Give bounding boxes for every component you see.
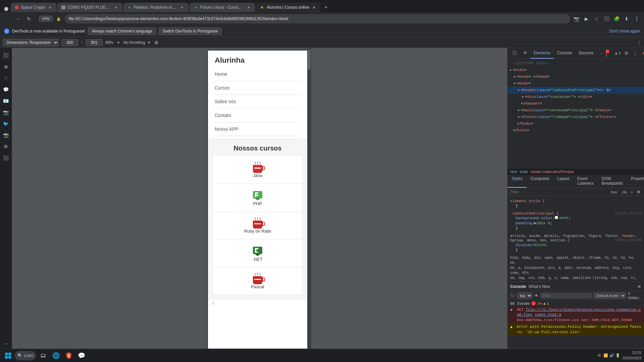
play-btn[interactable]: ▶ (582, 14, 591, 23)
sidebar-icon-6[interactable]: 📷 (1, 108, 11, 117)
nav-link-app[interactable]: Nosso APP (215, 122, 301, 136)
tab-space-crypto[interactable]: Space Crypto ✕ (11, 3, 57, 12)
tree-body[interactable]: ▶ <body> (507, 80, 644, 87)
course-item-pascal[interactable]: Pascal (213, 267, 302, 295)
course-item-php[interactable]: PHP (213, 184, 302, 212)
styles-tab-events[interactable]: Event Listeners (573, 175, 598, 188)
console-filter-input[interactable] (540, 293, 591, 298)
viewport-scrollbar[interactable] (307, 48, 311, 349)
forward-button[interactable]: → (13, 14, 23, 23)
course-item-ruby[interactable]: Ruby on Rails (213, 212, 302, 239)
tab-close-2[interactable]: ✕ (113, 5, 118, 10)
bg-color-swatch[interactable] (555, 216, 558, 219)
responsive-more-btn[interactable]: ⚙ (153, 39, 161, 47)
bc-body[interactable]: body (520, 170, 528, 174)
drag-handle[interactable]: ≡ (208, 300, 218, 309)
taskbar-ai-button[interactable]: Ai (598, 354, 601, 357)
taskbar-browser-app[interactable]: 🌐 (50, 350, 62, 362)
tab-forum[interactable]: ● Fórum | Alura - Cursos onli… ✕ (190, 3, 255, 12)
tab-flexbox[interactable]: ● Flexbox: Posicione eleme… ✕ (123, 3, 189, 12)
taskbar-clock[interactable]: 23:25 02/02/2023 (623, 350, 641, 361)
bookmark-btn[interactable]: ☆ (592, 14, 601, 23)
console-eye-icon[interactable]: 👁 (534, 293, 538, 298)
tab-close-3[interactable]: ✕ (179, 5, 185, 10)
console-error-link-2[interactable]: index.html:9 (535, 313, 561, 317)
nav-link-sobre[interactable]: Sobre nós (215, 95, 301, 108)
bc-html[interactable]: html (510, 170, 517, 174)
styles-tab-styles[interactable]: Styles (507, 175, 527, 188)
taskbar-search[interactable]: 🔍 Links (15, 351, 36, 360)
sidebar-icon-bottom[interactable]: ⋯ (1, 339, 11, 349)
tree-html-close[interactable]: </html> (507, 127, 644, 134)
sidebar-icon-5[interactable]: 📧 (1, 96, 11, 106)
nav-item-home[interactable]: Home (215, 67, 301, 81)
tree-doctype[interactable]: <!DOCTYPE html> (507, 60, 644, 67)
devtools-gear-icon[interactable]: ⚙ (623, 50, 630, 57)
sidebar-icon-3[interactable]: ♡ (1, 73, 11, 83)
devtools-tab-settings-icon[interactable]: ⚙ (520, 48, 530, 59)
tree-header-close[interactable]: </header> (507, 100, 644, 107)
styles-filter-input[interactable] (510, 190, 607, 194)
taskbar-brave-app[interactable]: B (63, 350, 75, 362)
tree-main[interactable]: ▶ <main class="conteudoPrincipal" >…</ma… (507, 107, 644, 114)
bc-header[interactable]: header.cabecalhoPrincipal (531, 170, 574, 174)
tree-header[interactable]: ▶ <header class="cabecalhoPrincipal" > =… (507, 87, 644, 94)
dont-show-again-link[interactable]: Don't show again (609, 29, 640, 34)
back-button[interactable]: ← (3, 14, 12, 23)
devtools-tab-network[interactable]: » (597, 48, 605, 59)
devtools-tab-sources[interactable]: Sources (575, 48, 597, 59)
nav-item-sobre[interactable]: Sobre nós (215, 95, 301, 109)
tree-footer[interactable]: ▶ <footer class="rodapePrincipal" >…</fo… (507, 114, 644, 120)
extension-btn[interactable]: 🧩 (612, 14, 621, 23)
tab-close-4[interactable]: ✕ (246, 5, 251, 10)
vpn-badge[interactable]: VPN (39, 16, 53, 22)
console-clear-icon[interactable]: 🚫 (510, 293, 515, 298)
alura-icon[interactable]: ⬛ (602, 14, 611, 23)
console-whats-new[interactable]: What's New (529, 284, 550, 289)
console-context-select[interactable]: top (517, 293, 532, 299)
devtools-tab-elements[interactable]: Elements (530, 48, 554, 59)
sidebar-icon-4[interactable]: 💬 (1, 85, 11, 94)
filter-cls[interactable]: .cls (620, 190, 628, 194)
height-input[interactable] (86, 39, 103, 46)
menu-btn[interactable]: ⋮ (632, 14, 641, 23)
match-language-button[interactable]: Always match Chrome's language (88, 27, 156, 35)
sidebar-icon-2[interactable]: ⊕ (1, 62, 11, 71)
download-btn[interactable]: ⬇ (622, 14, 631, 23)
address-bar[interactable]: file:///C:/Users/diego/Desktop/posicione… (65, 14, 570, 23)
tab-alurinha[interactable]: ★ Alurinha | Cursos online ✕ (256, 3, 321, 12)
width-input[interactable] (61, 39, 78, 46)
filter-plus[interactable]: + (630, 190, 634, 194)
nav-link-contato[interactable]: Contato (215, 109, 301, 122)
new-tab-button[interactable]: + (321, 3, 331, 12)
devtools-tab-console[interactable]: Console (554, 48, 575, 59)
devtools-close-icon[interactable]: ✕ (640, 50, 644, 57)
styles-tab-layout[interactable]: Layout (553, 175, 573, 188)
tab-close-5[interactable]: ✕ (311, 5, 317, 10)
reload-button[interactable]: ↻ (24, 14, 34, 23)
sidebar-icon-1[interactable]: ⬛ (1, 51, 11, 60)
styles-tab-computed[interactable]: Computed (527, 175, 553, 188)
tree-html[interactable]: ▶ <html> (507, 67, 644, 73)
sidebar-icon-8[interactable]: 📸 (1, 130, 11, 140)
tree-container[interactable]: ▶ <div class="container" >…</div> (507, 94, 644, 100)
viewport-scrollbar-thumb[interactable] (308, 49, 311, 69)
sidebar-icon-10[interactable]: ⬛ (1, 153, 11, 163)
sidebar-icon-9[interactable]: ⚙ (1, 142, 11, 151)
console-issues-bar[interactable]: 55 Issues 🔴 54 ▲ 1 (507, 301, 644, 307)
nav-item-app[interactable]: Nosso APP (215, 122, 301, 136)
styles-tab-properties[interactable]: Properties (627, 175, 644, 188)
window-controls[interactable]: ⬤ (3, 5, 9, 12)
devtools-dots-icon[interactable]: ⋮ (632, 50, 638, 57)
nav-link-cursos[interactable]: Cursos (215, 81, 301, 95)
tree-head[interactable]: ▶ <head>…</head> (507, 73, 644, 80)
taskbar-file-explorer[interactable]: 🗂 (37, 350, 49, 362)
tab-close-1[interactable]: ✕ (47, 5, 53, 10)
console-close-button[interactable]: ✕ (637, 284, 641, 289)
responsive-mode-select[interactable]: Dimensions: Responsive (3, 39, 59, 46)
course-item-java[interactable]: Java (213, 156, 302, 184)
styles-tab-dom-breakpoints[interactable]: DOM Breakpoints (598, 175, 627, 188)
screenshot-btn[interactable]: 📷 (572, 14, 581, 23)
toolbar-more-btn[interactable]: ⋮ (637, 40, 641, 45)
tab-como-fiquei[interactable]: COMO FIQUEI FLUENTE C… ✕ (57, 3, 122, 12)
